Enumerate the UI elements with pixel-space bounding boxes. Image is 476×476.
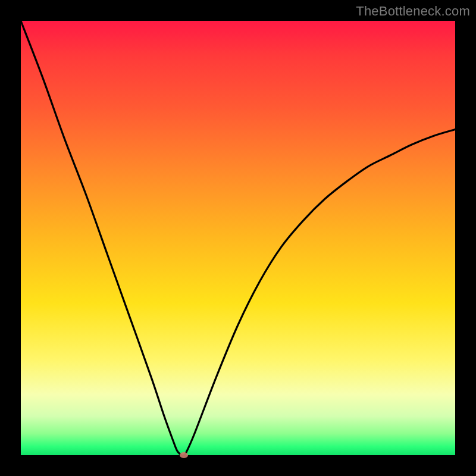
chart-frame: TheBottleneck.com — [0, 0, 476, 476]
bottleneck-curve — [21, 21, 455, 455]
min-point-marker — [180, 452, 188, 458]
watermark-text: TheBottleneck.com — [356, 4, 470, 19]
curve-svg — [21, 21, 455, 455]
plot-area — [21, 21, 455, 455]
